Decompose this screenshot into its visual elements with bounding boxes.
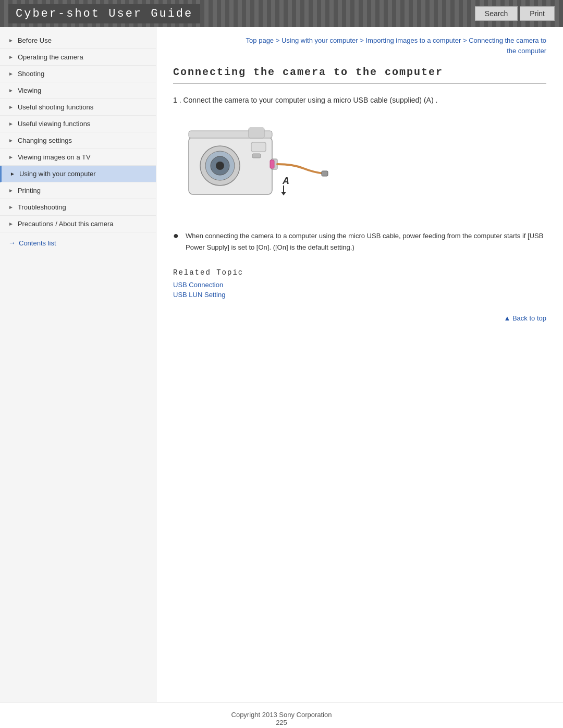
chevron-right-icon: ► [8, 104, 14, 110]
copyright-text: Copyright 2013 Sony Corporation [231, 711, 332, 719]
breadcrumb-connecting[interactable]: Connecting the camera tothe computer [469, 36, 546, 55]
sidebar: ► Before Use ► Operating the camera ► Sh… [0, 27, 156, 702]
chevron-right-icon: ► [8, 121, 14, 127]
note-section: ● When connecting the camera to a comput… [173, 230, 546, 253]
step-1-text: 1 . Connect the camera to your computer … [173, 94, 546, 106]
chevron-right-icon: ► [8, 54, 14, 60]
print-button[interactable]: Print [520, 6, 555, 21]
chevron-right-icon: ► [8, 204, 14, 210]
camera-illustration: A [173, 116, 329, 222]
related-topic: Related Topic USB Connection USB LUN Set… [173, 268, 546, 299]
breadcrumb: Top page > Using with your computer > Im… [173, 35, 546, 56]
sidebar-item-shooting[interactable]: ► Shooting [0, 66, 156, 82]
sidebar-item-operating-camera[interactable]: ► Operating the camera [0, 49, 156, 66]
note-text: When connecting the camera to a computer… [186, 230, 546, 253]
sidebar-item-label: Viewing [18, 87, 41, 94]
main-layout: ► Before Use ► Operating the camera ► Sh… [0, 27, 563, 702]
sidebar-item-changing-settings[interactable]: ► Changing settings [0, 132, 156, 149]
search-button[interactable]: Search [475, 6, 518, 21]
breadcrumb-importing[interactable]: Importing images to a computer [365, 36, 461, 44]
contents-list-link[interactable]: → Contents list [0, 232, 156, 253]
sidebar-item-before-use[interactable]: ► Before Use [0, 32, 156, 49]
sidebar-item-troubleshooting[interactable]: ► Troubleshooting [0, 199, 156, 216]
sidebar-item-label: Useful shooting functions [18, 103, 93, 111]
svg-rect-9 [270, 160, 274, 168]
chevron-right-icon: ► [10, 171, 15, 177]
camera-svg: A [173, 116, 329, 220]
main-content: Top page > Using with your computer > Im… [156, 27, 563, 702]
breadcrumb-top-page[interactable]: Top page [246, 36, 274, 44]
app-title: Cyber-shot User Guide [8, 4, 200, 23]
sidebar-item-viewing-tv[interactable]: ► Viewing images on a TV [0, 149, 156, 166]
breadcrumb-separator: > [360, 36, 365, 44]
sidebar-item-label: Shooting [18, 70, 44, 78]
sidebar-item-viewing[interactable]: ► Viewing [0, 82, 156, 99]
header-buttons: Search Print [475, 6, 555, 21]
chevron-right-icon: ► [8, 154, 14, 160]
sidebar-item-label: Before Use [18, 36, 52, 44]
chevron-right-icon: ► [8, 138, 14, 143]
svg-rect-11 [252, 154, 261, 158]
chevron-right-icon: ► [8, 88, 14, 93]
svg-rect-7 [249, 128, 264, 138]
svg-point-4 [216, 162, 224, 170]
sidebar-item-label: Precautions / About this camera [18, 220, 114, 228]
sidebar-item-using-computer[interactable]: ► Using with your computer [0, 166, 156, 182]
sidebar-item-label: Changing settings [18, 137, 72, 144]
chevron-right-icon: ► [8, 71, 14, 77]
sidebar-item-useful-shooting[interactable]: ► Useful shooting functions [0, 99, 156, 116]
breadcrumb-using-computer[interactable]: Using with your computer [282, 36, 358, 44]
svg-rect-5 [251, 142, 266, 152]
chevron-right-icon: ► [8, 38, 14, 43]
contents-list-label: Contents list [19, 239, 56, 247]
bullet-icon: ● [173, 230, 181, 242]
header: Cyber-shot User Guide Search Print [0, 0, 563, 27]
sidebar-item-label: Viewing images on a TV [18, 153, 91, 161]
note-bullet: ● When connecting the camera to a comput… [173, 230, 546, 253]
sidebar-item-printing[interactable]: ► Printing [0, 182, 156, 199]
page-title: Connecting the camera to the computer [173, 66, 546, 84]
svg-text:A: A [282, 176, 289, 186]
related-link-usb-connection[interactable]: USB Connection [173, 281, 546, 289]
sidebar-item-precautions[interactable]: ► Precautions / About this camera [0, 216, 156, 232]
chevron-right-icon: ► [8, 221, 14, 227]
sidebar-item-label: Operating the camera [18, 53, 83, 61]
sidebar-item-useful-viewing[interactable]: ► Useful viewing functions [0, 116, 156, 132]
related-topic-title: Related Topic [173, 268, 546, 277]
sidebar-item-label: Using with your computer [19, 170, 96, 178]
breadcrumb-separator: > [276, 36, 282, 44]
back-to-top: ▲ Back to top [173, 314, 546, 322]
sidebar-item-label: Troubleshooting [18, 203, 66, 211]
related-link-usb-lun[interactable]: USB LUN Setting [173, 291, 546, 299]
chevron-right-icon: ► [8, 188, 14, 193]
page-number: 225 [276, 719, 287, 726]
svg-marker-14 [281, 192, 286, 195]
svg-rect-10 [322, 171, 328, 176]
sidebar-item-label: Useful viewing functions [18, 120, 90, 128]
arrow-right-icon: → [8, 239, 16, 247]
breadcrumb-separator: > [463, 36, 469, 44]
sidebar-item-label: Printing [18, 187, 41, 194]
footer: Copyright 2013 Sony Corporation 225 [0, 702, 563, 728]
back-to-top-link[interactable]: ▲ Back to top [504, 314, 546, 322]
